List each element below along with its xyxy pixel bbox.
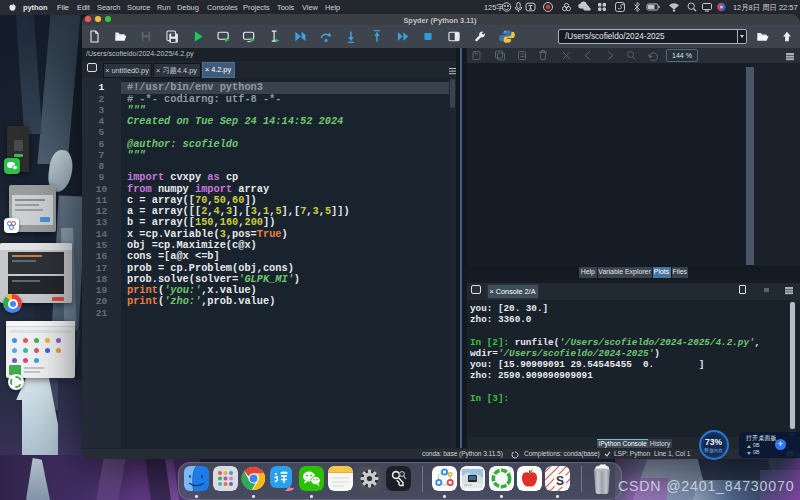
svg-text:S: S (556, 474, 564, 488)
